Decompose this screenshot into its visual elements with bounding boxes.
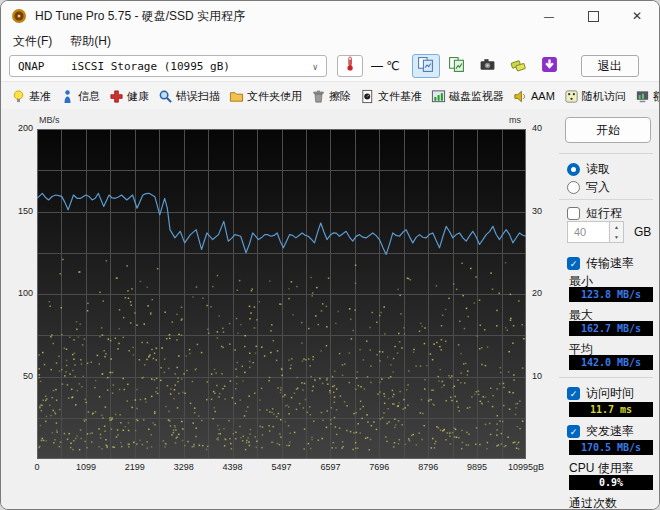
tab-label: 健康 (127, 89, 149, 104)
health-icon (109, 89, 124, 104)
write-label: 写入 (586, 179, 610, 196)
random-icon (564, 89, 579, 104)
tab-monitor[interactable]: 磁盘监视器 (431, 89, 504, 104)
aam-icon (513, 89, 528, 104)
y-left-tick: 100 (5, 288, 33, 298)
window-controls (527, 1, 659, 31)
access-time-checkbox[interactable]: 访问时间 (567, 385, 634, 402)
tab-filebench[interactable]: 文件基准 (360, 89, 422, 104)
tab-label: 基准 (29, 89, 51, 104)
pass-count-label: 通过次数 (569, 495, 617, 510)
separator (559, 377, 653, 378)
x-tick: 6597 (302, 462, 358, 472)
transfer-rate-checkbox[interactable]: 传输速率 (567, 255, 634, 272)
access-time-label: 访问时间 (586, 385, 634, 402)
tab-label: 随机访问 (582, 89, 626, 104)
close-button[interactable] (615, 1, 659, 31)
radio-selected-icon (567, 163, 580, 176)
short-stroke-checkbox[interactable]: 短行程 (567, 205, 622, 222)
write-radio[interactable]: 写入 (567, 179, 610, 196)
update-button[interactable] (536, 54, 564, 78)
start-button[interactable]: 开始 (565, 117, 651, 143)
x-tick: 3298 (156, 462, 212, 472)
folder-icon (229, 89, 244, 104)
menu-help[interactable]: 帮助(H) (70, 33, 111, 50)
tab-aam[interactable]: AAM (513, 89, 555, 104)
y-right-unit: ms (509, 115, 521, 125)
tab-erase[interactable]: 擦除 (311, 89, 351, 104)
minimize-button[interactable] (527, 1, 571, 31)
x-tick: 10995gB (498, 462, 554, 472)
save-screenshot-button[interactable] (443, 54, 471, 78)
camera-icon (479, 56, 496, 77)
x-tick: 2199 (107, 462, 163, 472)
tab-benchmark[interactable]: 基准 (11, 89, 51, 104)
info-icon (60, 89, 75, 104)
scan-icon (158, 89, 173, 104)
tab-extra[interactable]: 额外测试 (635, 89, 660, 104)
extra-icon (635, 89, 650, 104)
copy-file-icon (448, 56, 465, 77)
hdtune-window: HD Tune Pro 5.75 - 硬盘/SSD 实用程序 文件(F) 帮助(… (0, 0, 660, 510)
min-value: 123.8 MB/s (569, 287, 653, 302)
tab-label: 错误扫描 (176, 89, 220, 104)
app-icon (11, 8, 27, 24)
short-stroke-input[interactable]: 40 (567, 221, 609, 243)
menu-bar: 文件(F) 帮助(H) (1, 31, 659, 51)
tab-folder[interactable]: 文件夹使用 (229, 89, 302, 104)
y-right-tick: 30 (532, 206, 542, 216)
x-tick: 7696 (351, 462, 407, 472)
title-bar: HD Tune Pro 5.75 - 硬盘/SSD 实用程序 (1, 1, 659, 31)
read-label: 读取 (586, 161, 610, 178)
download-icon (541, 56, 558, 77)
temperature-button[interactable] (337, 55, 363, 77)
tab-label: 擦除 (329, 89, 351, 104)
tab-label: 额外测试 (653, 89, 660, 104)
max-value: 162.7 MB/s (569, 321, 653, 336)
start-label: 开始 (596, 122, 620, 139)
short-stroke-label: 短行程 (586, 205, 622, 222)
screenshot-button[interactable] (474, 54, 502, 78)
benchmark-page: MB/s ms 开始 读取 写入 短行程 40 (1, 109, 659, 509)
cpu-usage-value: 0.9% (569, 475, 653, 490)
tab-label: 文件基准 (378, 89, 422, 104)
drive-select-dropdown[interactable]: QNAP iSCSI Storage (10995 gB) (9, 55, 327, 77)
tab-health[interactable]: 健康 (109, 89, 149, 104)
window-title: HD Tune Pro 5.75 - 硬盘/SSD 实用程序 (35, 8, 245, 25)
toolbar: QNAP iSCSI Storage (10995 gB) — ℃ 退出 (1, 51, 659, 81)
y-left-tick: 150 (5, 206, 33, 216)
y-left-tick: 200 (5, 123, 33, 133)
gb-unit-label: GB (634, 225, 651, 239)
benchmark-controls: 开始 读取 写入 短行程 40 GB (557, 109, 657, 509)
chevron-down-icon (313, 60, 318, 73)
separator (559, 153, 653, 154)
checkbox-checked-icon (567, 257, 580, 270)
radio-unselected-icon (567, 181, 580, 194)
checkbox-checked-icon (567, 387, 580, 400)
erase-icon (311, 89, 326, 104)
burst-rate-checkbox[interactable]: 突发速率 (567, 423, 634, 440)
tab-random[interactable]: 随机访问 (564, 89, 626, 104)
exit-button[interactable]: 退出 (581, 55, 639, 77)
tab-label: 信息 (78, 89, 100, 104)
thermometer-icon (343, 56, 357, 76)
copy-screenshot-button[interactable] (412, 54, 440, 78)
y-right-tick: 40 (532, 123, 542, 133)
x-tick: 5497 (254, 462, 310, 472)
maximize-button[interactable] (571, 1, 615, 31)
read-radio[interactable]: 读取 (567, 161, 610, 178)
x-tick: 8796 (400, 462, 456, 472)
x-tick: 9895 (449, 462, 505, 472)
avg-value: 142.0 MB/s (569, 355, 653, 370)
short-stroke-spinner[interactable] (609, 221, 624, 243)
tab-scan[interactable]: 错误扫描 (158, 89, 220, 104)
options-button[interactable] (505, 54, 533, 78)
maximize-icon (588, 11, 599, 22)
tab-label: 文件夹使用 (247, 89, 302, 104)
spin-down-icon (610, 232, 623, 242)
close-icon (632, 9, 642, 23)
exit-label: 退出 (598, 58, 622, 75)
benchmark-icon (11, 89, 26, 104)
menu-file[interactable]: 文件(F) (13, 33, 52, 50)
tab-info[interactable]: 信息 (60, 89, 100, 104)
